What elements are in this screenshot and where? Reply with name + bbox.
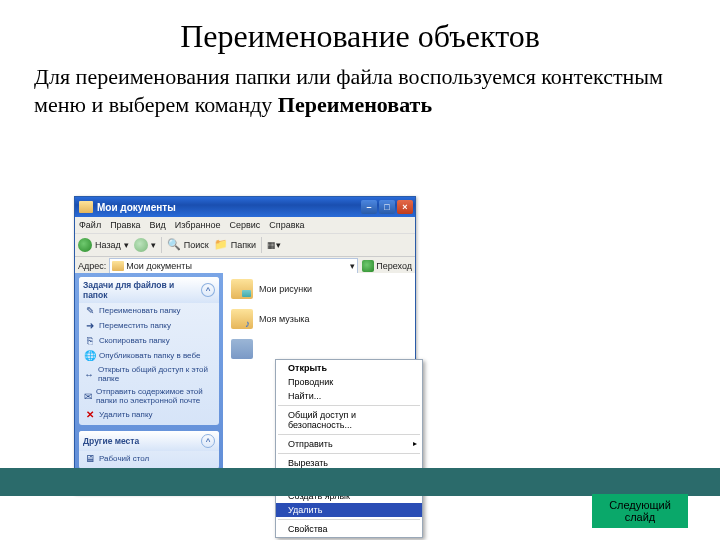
menu-help[interactable]: Справка (269, 220, 304, 230)
address-field[interactable]: Мои документы ▾ (109, 258, 358, 274)
other-desktop[interactable]: 🖥Рабочий стол (79, 451, 219, 466)
views-button[interactable]: ▦▾ (267, 240, 281, 250)
search-icon (167, 238, 181, 252)
go-label: Переход (376, 261, 412, 271)
go-icon (362, 260, 374, 272)
menu-edit[interactable]: Правка (110, 220, 140, 230)
minimize-button[interactable]: – (361, 200, 377, 214)
ctx-delete[interactable]: Удалить (276, 503, 422, 517)
toolbar: Назад ▾ ▾ Поиск Папки ▦▾ (75, 233, 415, 257)
task-copy[interactable]: ⎘Скопировать папку (79, 333, 219, 348)
menubar: Файл Правка Вид Избранное Сервис Справка (75, 217, 415, 233)
body-text: Для переименования папки или файла воспо… (34, 63, 692, 118)
sidebar: Задачи для файлов и папок ^ ✎Переименова… (75, 273, 223, 493)
forward-icon (134, 238, 148, 252)
copy-icon: ⎘ (84, 335, 95, 346)
chevron-up-icon: ^ (201, 283, 215, 297)
other-header-label: Другие места (83, 436, 139, 446)
folders-button[interactable]: Папки (214, 238, 256, 252)
folders-label: Папки (231, 240, 256, 250)
next-slide-button[interactable]: Следующий слайд (592, 494, 688, 528)
task-email[interactable]: ✉Отправить содержимое этой папки по элек… (79, 385, 219, 407)
list-item-selected[interactable] (231, 339, 407, 359)
music-folder-icon (231, 309, 253, 329)
folder-icon (112, 261, 124, 271)
mail-icon: ✉ (84, 391, 92, 402)
ctx-find[interactable]: Найти... (276, 389, 422, 403)
task-share[interactable]: ↔Открыть общий доступ к этой папке (79, 363, 219, 385)
back-icon (78, 238, 92, 252)
back-button[interactable]: Назад ▾ (78, 238, 129, 252)
search-button[interactable]: Поиск (167, 238, 209, 252)
search-label: Поиск (184, 240, 209, 250)
menu-file[interactable]: Файл (79, 220, 101, 230)
move-icon: ➜ (84, 320, 95, 331)
content-area: Мои рисунки Моя музыка Открыть Проводник… (223, 273, 415, 493)
forward-button[interactable]: ▾ (134, 238, 156, 252)
item-label: Моя музыка (259, 314, 310, 324)
ctx-sharing[interactable]: Общий доступ и безопасность... (276, 408, 422, 432)
list-item[interactable]: Моя музыка (231, 309, 407, 329)
ctx-sendto[interactable]: Отправить (276, 437, 422, 451)
other-places-panel: Другие места ^ 🖥Рабочий стол (79, 431, 219, 469)
address-label: Адрес: (78, 261, 106, 271)
next-line1: Следующий (592, 499, 688, 511)
task-delete[interactable]: ✕Удалить папку (79, 407, 219, 422)
share-icon: ↔ (84, 369, 94, 380)
task-rename[interactable]: ✎Переименовать папку (79, 303, 219, 318)
close-button[interactable]: × (397, 200, 413, 214)
screenshot-cutoff-overlay (0, 468, 720, 496)
chevron-up-icon: ^ (201, 434, 215, 448)
menu-tools[interactable]: Сервис (229, 220, 260, 230)
window-title: Мои документы (97, 202, 361, 213)
other-header[interactable]: Другие места ^ (79, 431, 219, 451)
ctx-open[interactable]: Открыть (276, 361, 422, 375)
next-line2: слайд (592, 511, 688, 523)
task-publish[interactable]: 🌐Опубликовать папку в вебе (79, 348, 219, 363)
tasks-header[interactable]: Задачи для файлов и папок ^ (79, 277, 219, 303)
go-button[interactable]: Переход (362, 260, 412, 272)
ctx-explorer[interactable]: Проводник (276, 375, 422, 389)
delete-icon: ✕ (84, 409, 95, 420)
context-menu: Открыть Проводник Найти... Общий доступ … (275, 359, 423, 538)
maximize-button[interactable]: □ (379, 200, 395, 214)
folders-icon (214, 238, 228, 252)
desktop-icon: 🖥 (84, 453, 95, 464)
folder-icon (231, 339, 253, 359)
page-title: Переименование объектов (0, 18, 720, 55)
body-bold: Переименовать (278, 92, 432, 117)
menu-favorites[interactable]: Избранное (175, 220, 221, 230)
task-move[interactable]: ➜Переместить папку (79, 318, 219, 333)
menu-view[interactable]: Вид (150, 220, 166, 230)
tasks-panel: Задачи для файлов и папок ^ ✎Переименова… (79, 277, 219, 425)
ctx-properties[interactable]: Свойства (276, 522, 422, 536)
publish-icon: 🌐 (84, 350, 95, 361)
back-label: Назад (95, 240, 121, 250)
explorer-window: Мои документы – □ × Файл Правка Вид Избр… (74, 196, 416, 494)
list-item[interactable]: Мои рисунки (231, 279, 407, 299)
address-value: Мои документы (126, 261, 192, 271)
folder-icon (79, 201, 93, 213)
pictures-folder-icon (231, 279, 253, 299)
tasks-header-label: Задачи для файлов и папок (83, 280, 201, 300)
titlebar: Мои документы – □ × (75, 197, 415, 217)
rename-icon: ✎ (84, 305, 95, 316)
item-label: Мои рисунки (259, 284, 312, 294)
